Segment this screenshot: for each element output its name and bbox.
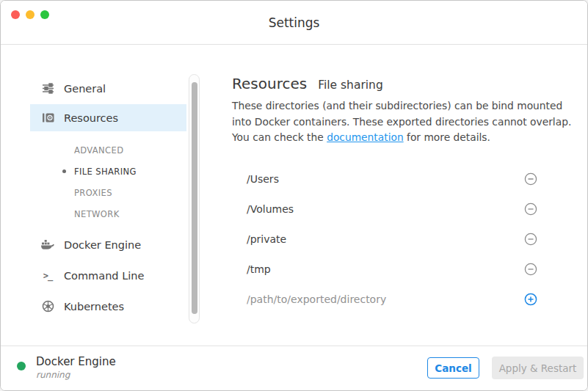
active-subitem-bullet <box>62 169 66 173</box>
plus-circle-icon <box>524 293 537 306</box>
apply-restart-button[interactable]: Apply & Restart <box>492 357 584 379</box>
remove-directory-button[interactable] <box>524 172 537 186</box>
sidebar-item-general[interactable]: General <box>30 75 186 102</box>
page-header: Resources File sharing <box>232 75 383 92</box>
remove-directory-button[interactable] <box>524 233 537 246</box>
remove-directory-button[interactable] <box>524 202 537 216</box>
window-title: Settings <box>1 1 587 45</box>
minus-circle-icon <box>524 172 537 186</box>
sidebar-subitem-network[interactable]: NETWORK <box>74 208 120 221</box>
new-directory-input[interactable] <box>247 293 489 305</box>
directory-path: /private <box>247 233 286 245</box>
page-title: Resources <box>232 75 307 92</box>
directory-path: /Users <box>247 173 279 185</box>
sidebar-subitem-proxies[interactable]: PROXIES <box>74 186 112 200</box>
cancel-button[interactable]: Cancel <box>427 357 479 379</box>
add-directory-button[interactable] <box>524 293 537 306</box>
whale-icon <box>41 238 54 252</box>
sidebar-item-docker-engine[interactable]: Docker Engine <box>30 231 186 258</box>
kubernetes-icon <box>41 300 54 313</box>
minus-circle-icon <box>524 263 537 276</box>
sidebar-item-kubernetes[interactable]: Kubernetes <box>30 293 186 320</box>
shared-directory-row: /tmp <box>247 255 537 284</box>
page-subtitle: File sharing <box>318 78 383 92</box>
engine-name: Docker Engine <box>36 355 116 368</box>
shared-directory-row: /Users <box>247 164 537 194</box>
sidebar-scrollbar[interactable] <box>189 74 200 324</box>
sidebar-item-command-line[interactable]: >_ Command Line <box>30 262 186 289</box>
add-directory-row <box>247 285 537 314</box>
sidebar-item-label: Resources <box>64 112 118 124</box>
sidebar-item-label: Command Line <box>64 270 144 282</box>
file-sharing-description: These directories (and their subdirector… <box>232 98 576 146</box>
directory-path: /Volumes <box>247 203 294 215</box>
description-text-after: for more details. <box>404 131 490 143</box>
sliders-icon <box>41 82 54 95</box>
directory-path: /tmp <box>247 263 271 275</box>
sidebar-item-resources[interactable]: Resources <box>30 104 186 131</box>
terminal-icon: >_ <box>41 269 54 282</box>
shared-directory-row: /Volumes <box>247 194 537 224</box>
sidebar-subitem-file-sharing[interactable]: FILE SHARING <box>74 165 137 178</box>
sidebar-item-label: Kubernetes <box>64 301 124 313</box>
titlebar: Settings <box>1 1 587 45</box>
resources-icon <box>41 112 54 125</box>
minus-circle-icon <box>524 233 537 246</box>
engine-running-dot <box>17 362 26 370</box>
sidebar-item-label: General <box>64 83 106 95</box>
remove-directory-button[interactable] <box>524 263 537 276</box>
sidebar-subitem-advanced[interactable]: ADVANCED <box>74 144 123 157</box>
settings-window: Settings General Resources ADVANCED FILE… <box>0 0 588 391</box>
shared-directory-row: /private <box>247 224 537 254</box>
status-bar: Docker Engine running Cancel Apply & Res… <box>1 346 587 391</box>
sidebar-item-label: Docker Engine <box>64 239 141 251</box>
engine-status: running <box>36 370 70 380</box>
minus-circle-icon <box>524 202 537 216</box>
documentation-link[interactable]: documentation <box>327 131 404 143</box>
sidebar-scrollbar-thumb[interactable] <box>192 82 197 314</box>
